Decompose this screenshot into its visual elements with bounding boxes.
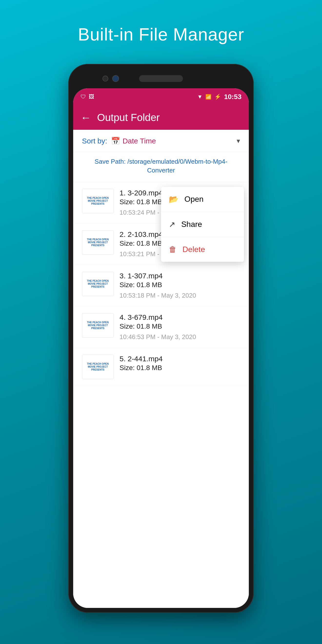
file-size-4: Size: 01.8 MB	[120, 322, 240, 330]
file-item-1[interactable]: THE PEACH OPEN MOVIE PROJECT PRESENTS 1.…	[73, 182, 249, 224]
phone-frame: 🛡 🖼 ▼ 📶 ⚡ 10:53 ← Output Folder Sort by:…	[68, 64, 254, 613]
thumbnail-text-5b: PRESENTS	[91, 368, 104, 371]
file-item-3[interactable]: THE PEACH OPEN MOVIE PROJECT PRESENTS 3.…	[73, 265, 249, 306]
image-icon: 🖼	[89, 94, 94, 100]
file-thumbnail-1: THE PEACH OPEN MOVIE PROJECT PRESENTS	[82, 189, 114, 213]
file-item-4[interactable]: THE PEACH OPEN MOVIE PROJECT PRESENTS 4.…	[73, 306, 249, 348]
file-size-3: Size: 01.8 MB	[120, 281, 240, 289]
page-title: Built-in File Manager	[78, 24, 244, 44]
file-thumbnail-3: THE PEACH OPEN MOVIE PROJECT PRESENTS	[82, 272, 114, 296]
file-date-4: 10:46:53 PM - May 3, 2020	[120, 333, 240, 341]
file-name-5: 5. 2-441.mp4	[120, 355, 240, 363]
thumbnail-text-4a: THE PEACH OPEN MOVIE PROJECT	[82, 321, 114, 327]
file-thumbnail-2: THE PEACH OPEN MOVIE PROJECT PRESENTS	[82, 230, 114, 255]
menu-open-label: Open	[184, 195, 204, 204]
thumbnail-text-3b: PRESENTS	[91, 286, 104, 288]
shield-icon: 🛡	[80, 94, 86, 100]
phone-notch	[73, 69, 249, 88]
file-name-3: 3. 1-307.mp4	[120, 272, 240, 280]
thumbnail-text-5a: THE PEACH OPEN MOVIE PROJECT	[82, 362, 114, 368]
sort-value: Date Time	[122, 137, 236, 145]
file-info-3: 3. 1-307.mp4 Size: 01.8 MB 10:53:18 PM -…	[120, 272, 240, 299]
sort-label: Sort by:	[82, 137, 107, 145]
phone-screen: 🛡 🖼 ▼ 📶 ⚡ 10:53 ← Output Folder Sort by:…	[73, 88, 249, 608]
app-bar-title: Output Folder	[97, 112, 160, 124]
app-bar: ← Output Folder	[73, 106, 249, 130]
thumbnail-text-2b: PRESENTS	[91, 244, 104, 246]
menu-item-share[interactable]: ↗ Share	[161, 212, 244, 237]
file-date-3: 10:53:18 PM - May 3, 2020	[120, 292, 240, 299]
file-list: THE PEACH OPEN MOVIE PROJECT PRESENTS 1.…	[73, 182, 249, 386]
camera-left	[102, 76, 108, 82]
thumbnail-text-3a: THE PEACH OPEN MOVIE PROJECT	[82, 280, 114, 286]
file-info-5: 5. 2-441.mp4 Size: 01.8 MB	[120, 355, 240, 372]
phone-speaker	[139, 75, 183, 82]
file-info-4: 4. 3-679.mp4 Size: 01.8 MB 10:46:53 PM -…	[120, 313, 240, 341]
calendar-icon: 📅	[111, 136, 120, 145]
menu-delete-label: Delete	[182, 245, 205, 254]
battery-icon: ⚡	[214, 94, 221, 100]
menu-share-label: Share	[181, 220, 202, 229]
sort-bar[interactable]: Sort by: 📅 Date Time ▾	[73, 130, 249, 152]
status-right-icons: ▼ 📶 ⚡ 10:53	[197, 93, 242, 101]
status-time: 10:53	[224, 93, 242, 101]
thumbnail-text-4b: PRESENTS	[91, 327, 104, 330]
signal-icon: 📶	[206, 94, 212, 100]
content-area: Sort by: 📅 Date Time ▾ Save Path: /stora…	[73, 130, 249, 608]
dropdown-icon[interactable]: ▾	[236, 137, 240, 145]
camera-right	[112, 75, 119, 82]
menu-item-delete[interactable]: 🗑 Delete	[161, 237, 244, 262]
thumbnail-text-1b: PRESENTS	[91, 202, 104, 205]
file-name-4: 4. 3-679.mp4	[120, 313, 240, 322]
thumbnail-text-1a: THE PEACH OPEN MOVIE PROJECT	[82, 196, 114, 202]
share-icon: ↗	[169, 220, 176, 229]
save-path-text: Save Path: /storage/emulated/0/Webm-to-M…	[95, 158, 227, 174]
thumbnail-text-2a: THE PEACH OPEN MOVIE PROJECT	[82, 238, 114, 244]
file-item-5[interactable]: THE PEACH OPEN MOVIE PROJECT PRESENTS 5.…	[73, 348, 249, 386]
file-size-5: Size: 01.8 MB	[120, 364, 240, 372]
delete-icon: 🗑	[169, 245, 176, 254]
file-thumbnail-5: THE PEACH OPEN MOVIE PROJECT PRESENTS	[82, 355, 114, 379]
menu-item-open[interactable]: 📂 Open	[161, 187, 244, 212]
open-folder-icon: 📂	[169, 195, 178, 204]
context-menu: 📂 Open ↗ Share 🗑 Delete	[161, 187, 244, 262]
back-button[interactable]: ←	[80, 112, 91, 124]
status-left-icons: 🛡 🖼	[80, 94, 94, 100]
file-thumbnail-4: THE PEACH OPEN MOVIE PROJECT PRESENTS	[82, 313, 114, 338]
status-bar: 🛡 🖼 ▼ 📶 ⚡ 10:53	[73, 88, 249, 106]
wifi-icon: ▼	[197, 94, 203, 100]
save-path-section: Save Path: /storage/emulated/0/Webm-to-M…	[73, 152, 249, 182]
